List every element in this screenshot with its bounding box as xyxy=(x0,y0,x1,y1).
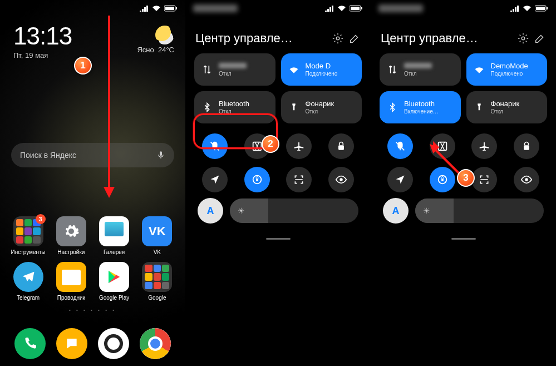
control-center-title-row: Центр управле… xyxy=(185,16,371,53)
wifi-icon xyxy=(288,63,300,76)
mobile-data-icon xyxy=(386,63,398,76)
wifi-icon xyxy=(473,63,485,76)
status-bar xyxy=(185,0,371,16)
svg-marker-4 xyxy=(104,187,115,198)
tile-flashlight[interactable]: ФонарикОткл xyxy=(466,91,548,123)
phone-icon xyxy=(23,336,37,351)
battery-icon xyxy=(535,5,548,12)
tile-wifi[interactable]: DemoModeПодключено xyxy=(466,53,548,86)
app-vk[interactable]: VKVK xyxy=(137,216,177,255)
location-icon xyxy=(209,174,220,185)
svg-rect-1 xyxy=(165,7,174,10)
phone-control-center-on: Центр управле… Откл DemoModeПодключено B… xyxy=(371,0,556,366)
page-indicator: • • • • • • • xyxy=(7,307,179,312)
edit-icon[interactable] xyxy=(534,32,546,44)
dock-messages[interactable] xyxy=(56,328,87,359)
edit-icon[interactable] xyxy=(348,32,361,44)
auto-brightness-toggle[interactable]: A xyxy=(383,198,409,224)
toggle-scan[interactable] xyxy=(471,167,497,192)
toggle-lock[interactable] xyxy=(514,133,539,159)
search-placeholder: Поиск в Яндекс xyxy=(20,151,76,160)
toggle-airplane[interactable] xyxy=(471,133,497,159)
location-icon xyxy=(395,174,406,185)
step-badge-2: 2 xyxy=(262,135,279,153)
flashlight-label: Фонарик xyxy=(491,100,520,108)
mobile-data-icon xyxy=(201,63,213,76)
tile-bluetooth[interactable]: BluetoothОткл xyxy=(194,91,275,123)
svg-rect-13 xyxy=(256,178,258,181)
tile-mobile-data[interactable]: Откл xyxy=(194,53,275,86)
svg-rect-7 xyxy=(361,7,362,9)
svg-point-18 xyxy=(521,37,525,40)
lock-icon xyxy=(521,141,532,152)
tile-flashlight[interactable]: ФонарикОткл xyxy=(281,91,362,123)
control-center-title: Центр управле… xyxy=(195,31,327,46)
app-google-play[interactable]: Google Play xyxy=(94,262,134,301)
flashlight-icon xyxy=(288,101,300,113)
step-badge-3: 3 xyxy=(457,169,475,187)
status-bar xyxy=(0,0,185,16)
toggle-scan[interactable] xyxy=(286,167,312,192)
gear-icon xyxy=(63,223,80,240)
scan-icon xyxy=(293,174,304,185)
brightness-slider[interactable]: ☀ xyxy=(230,199,358,223)
step-badge-1: 1 xyxy=(74,57,92,75)
toggle-mute[interactable] xyxy=(387,133,413,159)
swipe-down-arrow xyxy=(102,16,119,199)
mic-icon[interactable] xyxy=(156,151,165,160)
svg-rect-21 xyxy=(524,145,529,150)
app-grid: 3 Инструменты Настройки Галерея VKVK Tel… xyxy=(0,216,185,316)
tile-bluetooth[interactable]: BluetoothВключение… xyxy=(380,91,461,123)
flashlight-label: Фонарик xyxy=(306,100,334,108)
toggle-location[interactable] xyxy=(202,167,228,192)
status-bar xyxy=(371,0,556,16)
signal-icon xyxy=(510,5,519,12)
bluetooth-icon xyxy=(201,101,213,113)
svg-rect-16 xyxy=(536,7,545,10)
telegram-icon xyxy=(21,269,36,285)
settings-icon[interactable] xyxy=(517,32,529,44)
app-explorer[interactable]: Проводник xyxy=(51,262,91,301)
tile-wifi[interactable]: Mode DПодключено xyxy=(281,53,362,86)
app-google-folder[interactable]: Google xyxy=(137,262,177,301)
svg-point-8 xyxy=(336,37,339,40)
svg-point-24 xyxy=(525,178,528,181)
tile-mobile-data[interactable]: Откл xyxy=(380,53,461,86)
weather-condition: Ясно xyxy=(137,46,154,54)
toggle-mute[interactable] xyxy=(202,133,228,159)
toggle-lock[interactable] xyxy=(328,133,354,159)
battery-icon xyxy=(350,5,363,12)
signal-icon xyxy=(325,5,334,12)
toggle-rotation-lock[interactable] xyxy=(244,167,270,192)
svg-rect-6 xyxy=(351,7,360,10)
dock-camera[interactable] xyxy=(98,328,129,359)
svg-rect-11 xyxy=(338,145,344,150)
battery-icon xyxy=(164,5,178,12)
brightness-slider[interactable]: ☀ xyxy=(415,199,544,223)
wifi-name: Mode D xyxy=(306,62,331,70)
app-gallery[interactable]: Галерея xyxy=(94,216,134,255)
search-bar[interactable]: Поиск в Яндекс xyxy=(11,143,174,167)
toggle-eye-comfort[interactable] xyxy=(328,167,354,192)
drag-handle[interactable] xyxy=(266,238,291,240)
toggle-location[interactable] xyxy=(387,167,413,192)
phone-home-screen: 13:13 Пт, 19 мая Ясно 24°C Поиск в Яндек… xyxy=(0,0,185,366)
app-tools-folder[interactable]: 3 Инструменты xyxy=(8,216,48,255)
weather-widget[interactable]: Ясно 24°C xyxy=(137,26,174,54)
control-center-title-row: Центр управле… xyxy=(371,16,556,53)
toggle-airplane[interactable] xyxy=(286,133,312,159)
airplane-icon xyxy=(293,140,305,152)
brightness-icon: ☀ xyxy=(238,206,245,215)
flashlight-icon xyxy=(473,101,485,113)
weather-temp: 24°C xyxy=(158,46,174,54)
airplane-icon xyxy=(478,140,490,152)
app-telegram[interactable]: Telegram xyxy=(8,262,48,301)
brightness-icon: ☀ xyxy=(423,206,430,215)
auto-brightness-toggle[interactable]: A xyxy=(198,198,223,224)
toggle-eye-comfort[interactable] xyxy=(514,167,539,192)
dock-chrome[interactable] xyxy=(140,328,171,359)
app-settings[interactable]: Настройки xyxy=(51,216,91,255)
drag-handle[interactable] xyxy=(451,238,476,240)
dock-phone[interactable] xyxy=(14,328,46,359)
settings-icon[interactable] xyxy=(332,32,344,44)
